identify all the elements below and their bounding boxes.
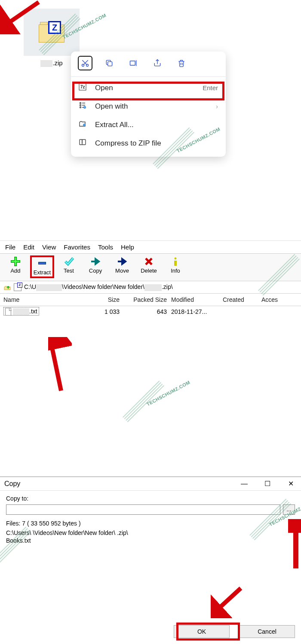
context-menu: 7z Open Enter Open with › Extract All...… bbox=[71, 52, 226, 157]
files-info: Files: 7 ( 33 550 952 bytes ) bbox=[6, 520, 295, 527]
copy-to-input[interactable] bbox=[6, 504, 280, 515]
check-icon bbox=[64, 256, 74, 267]
menu-file[interactable]: File bbox=[5, 243, 15, 251]
open-label: Open bbox=[95, 84, 113, 92]
maximize-button[interactable]: ☐ bbox=[261, 480, 273, 488]
open-shortcut: Enter bbox=[203, 84, 218, 91]
ok-button[interactable]: OK bbox=[174, 625, 230, 638]
menu-tools[interactable]: Tools bbox=[98, 243, 113, 251]
menubar: File Edit View Favorites Tools Help bbox=[0, 241, 301, 253]
menu-favorites[interactable]: Favorites bbox=[64, 243, 90, 251]
menu-help[interactable]: Help bbox=[121, 243, 134, 251]
minimize-button[interactable]: — bbox=[238, 480, 250, 488]
copy-to-label: Copy to: bbox=[6, 495, 295, 502]
archive-icon bbox=[14, 283, 22, 291]
menu-view[interactable]: View bbox=[42, 243, 56, 251]
dialog-titlebar: Copy — ☐ ✕ bbox=[0, 477, 301, 491]
cancel-button[interactable]: Cancel bbox=[239, 625, 295, 638]
compress-icon bbox=[79, 138, 89, 148]
list-header: Name Size Packed Size Modified Created A… bbox=[0, 294, 301, 306]
col-modified[interactable]: Modified bbox=[171, 296, 223, 303]
svg-line-17 bbox=[51, 341, 61, 391]
svg-rect-2 bbox=[108, 62, 112, 66]
7zip-window: File Edit View Favorites Tools Help Add … bbox=[0, 240, 301, 416]
menu-item-open-with[interactable]: Open with › bbox=[71, 97, 226, 115]
minus-icon bbox=[37, 258, 47, 268]
copy-icon[interactable] bbox=[102, 56, 117, 70]
x-icon bbox=[144, 256, 154, 267]
svg-point-7 bbox=[80, 105, 81, 106]
text-file-icon bbox=[5, 308, 11, 316]
context-menu-section: Z .zip 7z Open Enter Open with › Extract bbox=[0, 0, 301, 172]
share-icon[interactable] bbox=[150, 56, 165, 70]
open-with-label: Open with bbox=[95, 102, 128, 111]
red-arrow bbox=[0, 0, 39, 28]
toolbar-test[interactable]: Test bbox=[57, 255, 81, 275]
context-toolbar bbox=[71, 52, 226, 75]
svg-rect-16 bbox=[174, 261, 177, 266]
file-line: Books.txt bbox=[6, 537, 295, 544]
cut-icon[interactable] bbox=[78, 56, 92, 70]
svg-line-12 bbox=[4, 2, 39, 26]
svg-rect-14 bbox=[39, 262, 46, 264]
7z-icon: 7z bbox=[79, 83, 89, 93]
open-with-icon bbox=[79, 101, 89, 111]
close-button[interactable]: ✕ bbox=[285, 480, 297, 488]
svg-text:7z: 7z bbox=[80, 85, 85, 89]
rename-icon[interactable] bbox=[126, 56, 141, 70]
compress-label: Compress to ZIP file bbox=[95, 139, 161, 148]
toolbar-delete[interactable]: Delete bbox=[137, 255, 161, 275]
toolbar: Add Extract Test Copy Move Delete Info bbox=[0, 254, 301, 281]
arrow-right-dark-icon bbox=[117, 256, 127, 267]
dialog-title: Copy bbox=[4, 480, 20, 488]
toolbar-add[interactable]: Add bbox=[3, 255, 28, 275]
extract-all-label: Extract All... bbox=[95, 121, 134, 129]
svg-point-15 bbox=[175, 258, 177, 260]
col-name[interactable]: Name bbox=[3, 296, 81, 303]
svg-point-8 bbox=[80, 107, 81, 108]
menu-edit[interactable]: Edit bbox=[23, 243, 34, 251]
plus-icon bbox=[10, 256, 21, 267]
table-row[interactable]: .txt 1 033 643 2018-11-27... bbox=[0, 306, 301, 317]
red-arrow bbox=[211, 584, 245, 618]
svg-rect-3 bbox=[130, 61, 135, 65]
col-created[interactable]: Created bbox=[223, 296, 261, 303]
menu-item-open[interactable]: 7z Open Enter bbox=[71, 79, 226, 97]
red-arrow bbox=[288, 519, 301, 571]
up-folder-icon[interactable] bbox=[3, 283, 11, 291]
menu-item-extract-all[interactable]: Extract All... bbox=[71, 115, 226, 134]
col-acces[interactable]: Acces bbox=[261, 296, 298, 303]
svg-point-6 bbox=[80, 103, 81, 104]
toolbar-copy[interactable]: Copy bbox=[83, 255, 108, 275]
toolbar-info[interactable]: Info bbox=[163, 255, 187, 275]
path-line: C:\Users\ \Videos\New folder\New folder\… bbox=[6, 529, 295, 536]
toolbar-move[interactable]: Move bbox=[110, 255, 134, 275]
arrow-right-blue-icon bbox=[90, 256, 101, 267]
svg-line-18 bbox=[215, 588, 241, 612]
extract-all-icon bbox=[79, 120, 89, 130]
copy-dialog: Copy — ☐ ✕ Copy to: ... Files: 7 ( 33 55… bbox=[0, 477, 301, 644]
col-size[interactable]: Size bbox=[81, 296, 124, 303]
delete-icon[interactable] bbox=[174, 56, 189, 70]
path-bar: C:\U\Videos\New folder\New folder\.zip\ bbox=[0, 281, 301, 294]
path-text[interactable]: C:\U\Videos\New folder\New folder\.zip\ bbox=[24, 283, 173, 291]
red-arrow bbox=[48, 337, 72, 393]
chevron-right-icon: › bbox=[216, 103, 218, 110]
info-icon bbox=[170, 256, 181, 267]
toolbar-extract[interactable]: Extract bbox=[30, 255, 54, 278]
col-packed[interactable]: Packed Size bbox=[124, 296, 171, 303]
